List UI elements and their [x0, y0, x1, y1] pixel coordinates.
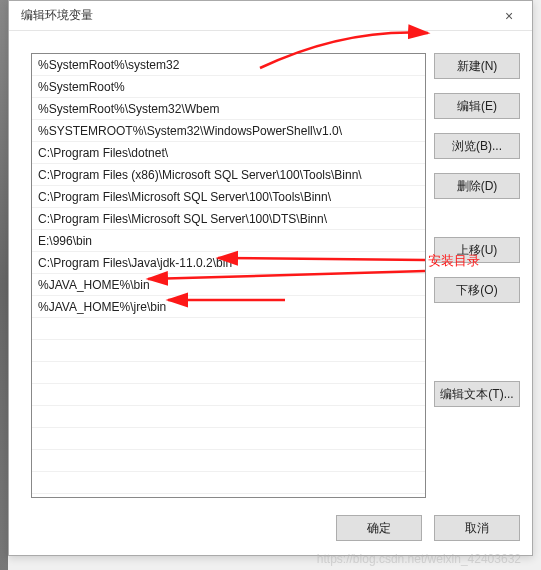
- list-item[interactable]: %JAVA_HOME%\bin: [32, 274, 425, 296]
- list-item-empty[interactable]: .: [32, 384, 425, 406]
- edit-button[interactable]: 编辑(E): [434, 93, 520, 119]
- spacer: [434, 317, 520, 367]
- list-item[interactable]: %SystemRoot%\System32\Wbem: [32, 98, 425, 120]
- list-item-empty[interactable]: .: [32, 472, 425, 494]
- dialog-body: %SystemRoot%\system32 %SystemRoot% %Syst…: [9, 31, 532, 555]
- env-var-dialog: 编辑环境变量 × %SystemRoot%\system32 %SystemRo…: [8, 0, 533, 556]
- new-button[interactable]: 新建(N): [434, 53, 520, 79]
- list-item[interactable]: C:\Program Files\Java\jdk-11.0.2\bin: [32, 252, 425, 274]
- list-item[interactable]: C:\Program Files\Microsoft SQL Server\10…: [32, 208, 425, 230]
- list-item-empty[interactable]: .: [32, 428, 425, 450]
- bottom-button-group: 确定 取消: [336, 515, 520, 541]
- dialog-title: 编辑环境变量: [21, 7, 93, 24]
- background-strip: [0, 0, 8, 570]
- move-down-button[interactable]: 下移(O): [434, 277, 520, 303]
- list-item[interactable]: %SystemRoot%\system32: [32, 54, 425, 76]
- close-button[interactable]: ×: [490, 3, 528, 29]
- list-item-empty[interactable]: .: [32, 362, 425, 384]
- browse-button[interactable]: 浏览(B)...: [434, 133, 520, 159]
- list-item[interactable]: %SystemRoot%: [32, 76, 425, 98]
- list-item-empty[interactable]: .: [32, 340, 425, 362]
- spacer: [434, 213, 520, 223]
- list-item[interactable]: C:\Program Files (x86)\Microsoft SQL Ser…: [32, 164, 425, 186]
- close-icon: ×: [505, 8, 513, 24]
- list-item[interactable]: %SYSTEMROOT%\System32\WindowsPowerShell\…: [32, 120, 425, 142]
- list-item[interactable]: C:\Program Files\dotnet\: [32, 142, 425, 164]
- cancel-button[interactable]: 取消: [434, 515, 520, 541]
- ok-button[interactable]: 确定: [336, 515, 422, 541]
- delete-button[interactable]: 删除(D): [434, 173, 520, 199]
- list-item[interactable]: %JAVA_HOME%\jre\bin: [32, 296, 425, 318]
- list-item-empty[interactable]: .: [32, 318, 425, 340]
- list-item[interactable]: C:\Program Files\Microsoft SQL Server\10…: [32, 186, 425, 208]
- edit-text-button[interactable]: 编辑文本(T)...: [434, 381, 520, 407]
- list-item-empty[interactable]: .: [32, 450, 425, 472]
- titlebar: 编辑环境变量 ×: [9, 1, 532, 31]
- list-item-empty[interactable]: .: [32, 406, 425, 428]
- path-listbox[interactable]: %SystemRoot%\system32 %SystemRoot% %Syst…: [31, 53, 426, 498]
- side-button-group: 新建(N) 编辑(E) 浏览(B)... 删除(D) 上移(U) 下移(O) 编…: [434, 53, 520, 407]
- move-up-button[interactable]: 上移(U): [434, 237, 520, 263]
- list-item[interactable]: E:\996\bin: [32, 230, 425, 252]
